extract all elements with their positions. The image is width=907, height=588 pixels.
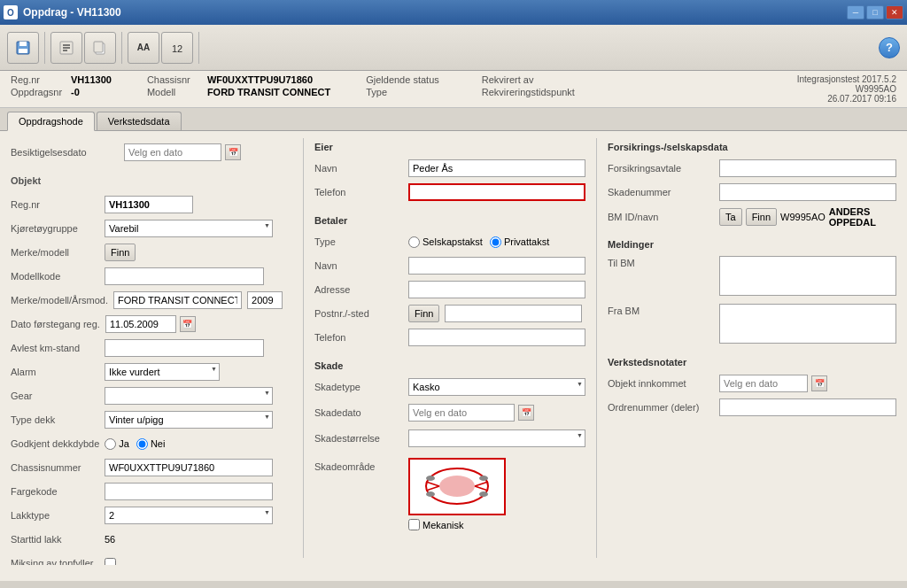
type-dekk-select[interactable]: Vinter u/pigg Sommerdekk Vinterdekk m/pi… <box>105 411 273 429</box>
eier-navn-row: Navn <box>314 159 585 178</box>
bm-id-label: BM ID/navn <box>608 212 714 222</box>
km-stand-input[interactable] <box>105 339 264 357</box>
title-bar-controls: ─ □ ✕ <box>847 5 903 19</box>
skadedato-input[interactable] <box>408 404 515 422</box>
fra-bm-textarea[interactable] <box>719 304 896 344</box>
betaler-type-row: Type Selskapstakst Privattakst <box>314 232 585 251</box>
eier-telefon-row: Telefon <box>314 182 585 202</box>
besiktigelsesdato-label: Besiktigelsesdato <box>11 147 117 158</box>
minimize-button[interactable]: ─ <box>847 5 864 19</box>
toolbar-save-button[interactable] <box>7 32 39 64</box>
gear-select[interactable]: Manuell Automat <box>105 387 273 405</box>
chassisnummer-input[interactable] <box>105 459 273 476</box>
info-group-chassis: Chassisnr WF0UXXTTPU9U71860 Modell FORD … <box>147 74 330 97</box>
car-diagram[interactable] <box>408 458 506 515</box>
toolbar: AA 12 ? <box>0 25 907 71</box>
oppdragsnr-value: -0 <box>71 87 80 97</box>
eier-telefon-input[interactable] <box>408 183 585 201</box>
privattakst-label[interactable]: Privattakst <box>490 236 549 248</box>
godkjent-nei-label[interactable]: Nei <box>136 438 166 450</box>
betaler-radio-group: Selskapstakst Privattakst <box>408 236 549 248</box>
merke-finn-btn[interactable]: Finn <box>105 244 136 261</box>
skadenummer-input[interactable] <box>719 183 896 201</box>
toolbar-edit-button[interactable] <box>50 32 82 64</box>
miksing-checkbox[interactable] <box>105 558 116 566</box>
betaler-type-label: Type <box>314 236 403 247</box>
skadestorrelse-select[interactable] <box>408 429 585 447</box>
besiktigelsesdato-date-row: 📅 <box>124 143 241 161</box>
betaler-navn-input[interactable] <box>408 257 585 275</box>
privattakst-text: Privattakst <box>504 236 549 247</box>
besiktigelsesdato-cal-btn[interactable]: 📅 <box>225 144 241 160</box>
dato-foerstegang-input[interactable] <box>105 315 176 333</box>
til-bm-textarea[interactable] <box>719 256 896 296</box>
tab-oppdragshode[interactable]: Oppdragshode <box>7 112 95 131</box>
ordrenummer-input[interactable] <box>719 398 896 416</box>
type-dekk-select-wrapper: Vinter u/pigg Sommerdekk Vinterdekk m/pi… <box>105 411 273 429</box>
dato-cal-btn[interactable]: 📅 <box>180 316 196 332</box>
svg-rect-8 <box>94 42 103 52</box>
betaler-adresse-input[interactable] <box>408 281 585 298</box>
forsikringsavtale-label: Forsikringsavtale <box>608 163 714 174</box>
close-button[interactable]: ✕ <box>886 5 903 19</box>
objekt-innkommet-cal-btn[interactable]: 📅 <box>811 375 827 391</box>
modell-value: FORD TRANSIT CONNECT <box>207 87 330 97</box>
skadenummer-label: Skadenummer <box>608 187 714 197</box>
godkjent-nei-radio[interactable] <box>136 438 148 450</box>
reg-nr-form-row: Reg.nr <box>11 195 292 214</box>
reg-nr-value: VH11300 <box>71 74 112 85</box>
selskapstakst-label[interactable]: Selskapstakst <box>408 236 483 248</box>
oppdragsnr-label: Oppdragsnr <box>11 87 64 97</box>
betaler-finn-btn[interactable]: Finn <box>408 305 439 322</box>
lakktype-select[interactable]: 2 1 3 <box>105 507 273 524</box>
betaler-section-title: Betaler <box>314 215 585 226</box>
toolbar-copy-button[interactable] <box>84 32 116 64</box>
selskapstakst-radio[interactable] <box>408 236 420 248</box>
maximize-button[interactable]: □ <box>866 5 884 19</box>
skade-section-title: Skade <box>314 360 585 371</box>
skadetype-label: Skadetype <box>314 382 403 392</box>
modellkode-input[interactable] <box>105 267 264 285</box>
objekt-innkommet-label: Objekt innkommet <box>608 378 714 389</box>
arsmod-year-input[interactable] <box>247 291 283 309</box>
til-bm-label: Til BM <box>608 258 714 268</box>
privattakst-radio[interactable] <box>490 236 501 248</box>
gear-select-wrapper: Manuell Automat <box>105 387 273 405</box>
bm-id-controls: Ta Finn W9995AO ANDERS OPPEDAL <box>719 206 896 228</box>
bm-finn-btn[interactable]: Finn <box>746 208 777 226</box>
toolbar-num-button[interactable]: 12 <box>161 32 193 64</box>
reg-nr-input[interactable] <box>105 196 193 213</box>
bm-ta-btn[interactable]: Ta <box>719 208 742 226</box>
info-group-left: Reg.nr VH11300 Oppdragsnr -0 <box>11 74 112 97</box>
lakktype-select-wrapper: 2 1 3 <box>105 507 273 524</box>
betaler-telefon-input[interactable] <box>408 329 585 346</box>
tab-verkstedsdata[interactable]: Verkstedsdata <box>97 112 182 130</box>
betaler-postnr-input[interactable] <box>445 305 582 322</box>
lakktype-label: Lakktype <box>11 510 99 521</box>
svg-point-11 <box>439 476 475 497</box>
betaler-postnr-row: Postnr./-sted Finn <box>314 304 585 323</box>
merke-arsmod-input[interactable] <box>113 291 242 309</box>
eier-navn-input[interactable] <box>408 159 585 177</box>
help-button[interactable]: ? <box>879 37 900 58</box>
dato-foerstegang-label: Dato førstegang reg. <box>11 319 100 329</box>
toolbar-section-2 <box>50 32 122 64</box>
mekanisk-label[interactable]: Mekanisk <box>408 519 506 530</box>
verkstedsnotater-section-title: Verkstedsnotater <box>608 357 896 368</box>
svg-line-15 <box>475 486 488 491</box>
kjoretoy-select[interactable]: Varebil Personbil Lastebil <box>105 220 273 237</box>
forsikringsavtale-input[interactable] <box>719 159 896 177</box>
godkjent-ja-label[interactable]: Ja <box>105 438 129 450</box>
skadedato-label: Skadedato <box>314 407 403 418</box>
selskapstakst-text: Selskapstakst <box>422 236 483 247</box>
mekanisk-checkbox[interactable] <box>408 519 420 530</box>
godkjent-ja-radio[interactable] <box>105 438 116 450</box>
skadetype-select[interactable]: Kasko Delkasko Ansvar <box>408 378 585 396</box>
skadedato-cal-btn[interactable]: 📅 <box>518 405 534 421</box>
bm-navn-value: ANDERS OPPEDAL <box>829 206 896 228</box>
fargekode-input[interactable] <box>105 483 273 500</box>
toolbar-font-button[interactable]: AA <box>128 32 159 64</box>
objekt-innkommet-input[interactable] <box>719 375 808 392</box>
alarm-select[interactable]: Ikke vurdert Alarm Ingen alarm <box>105 363 220 381</box>
besiktigelsesdato-input[interactable] <box>124 143 221 161</box>
